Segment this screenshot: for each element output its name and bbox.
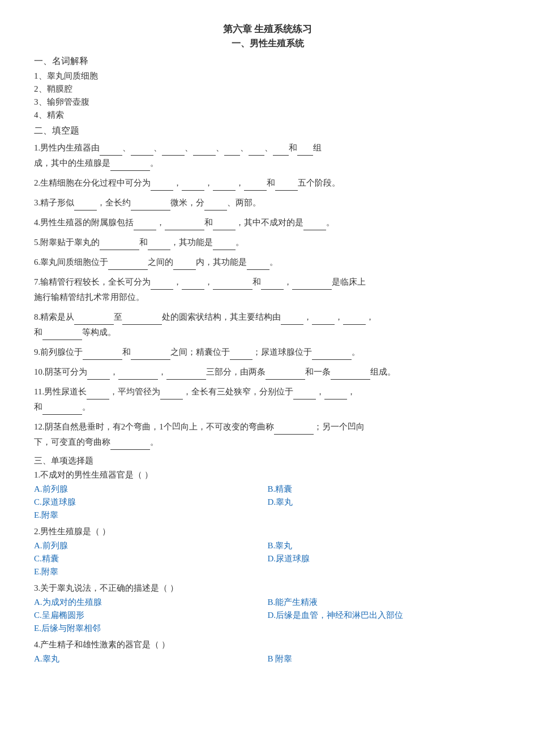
blank xyxy=(110,161,150,171)
fill-q2: 2.生精细胞在分化过程中可分为，，，和五个阶段。 xyxy=(34,175,501,191)
choice-q1-options: A.前列腺 B.精囊 C.尿道球腺 D.睾丸 E.附睾 xyxy=(34,484,501,523)
blank xyxy=(273,145,289,156)
blank xyxy=(87,389,109,400)
blank xyxy=(293,389,316,400)
fill-q9: 9.前列腺位于和之间；精囊位于；尿道球腺位于。 xyxy=(34,345,501,360)
blank xyxy=(249,145,264,156)
fill-q8: 8.精索是从至处的圆索状结构，其主要结构由，，，和等构成。 xyxy=(34,310,501,340)
blank xyxy=(100,240,139,250)
choice-q4-optB: B 附睾 xyxy=(268,654,502,664)
blank xyxy=(274,424,314,435)
blank xyxy=(74,315,114,325)
blank xyxy=(292,280,332,290)
blank xyxy=(166,370,206,380)
blank xyxy=(230,350,252,360)
blank xyxy=(213,181,236,191)
blank xyxy=(224,145,240,156)
blank xyxy=(173,260,196,270)
blank xyxy=(266,370,305,380)
blank xyxy=(312,350,352,360)
blank xyxy=(165,220,204,230)
fill-q1: 1.男性内生殖器由、、、、、、和组成，其中的生殖腺是。 xyxy=(34,140,501,171)
blank xyxy=(244,181,267,191)
fill-q6: 6.睾丸间质细胞位于之间的内，其功能是。 xyxy=(34,255,501,270)
choice-q1-optE: E.附睾 xyxy=(34,510,268,521)
part-choice-title: 三、单项选择题 xyxy=(34,456,501,466)
blank xyxy=(213,280,252,290)
fill-q11: 11.男性尿道长，平均管径为，全长有三处狭窄，分别位于，，和。 xyxy=(34,384,501,415)
blank xyxy=(297,145,313,156)
blank xyxy=(182,181,204,191)
blank xyxy=(42,330,82,340)
sub-title: 一、男性生殖系统 xyxy=(34,38,501,50)
choice-q1-optB: B.精囊 xyxy=(268,484,502,495)
blank xyxy=(151,181,173,191)
choice-q4: 4.产生精子和雄性激素的器官是（ ） xyxy=(34,639,501,650)
choice-q2-optC: C.精囊 xyxy=(34,553,268,564)
blank xyxy=(281,315,303,325)
main-title: 第六章 生殖系统练习 xyxy=(34,23,501,36)
blank xyxy=(160,389,183,400)
choice-q3: 3.关于睾丸说法，不正确的描述是（ ） xyxy=(34,583,501,594)
blank xyxy=(83,350,122,360)
blank xyxy=(182,280,204,290)
choice-q2-optB: B.睾丸 xyxy=(268,540,502,551)
blank xyxy=(122,315,162,325)
blank xyxy=(87,370,110,380)
fill-q10: 10.阴茎可分为，，三部分，由两条和一条组成。 xyxy=(34,364,501,380)
choice-q4-options: A.睾丸 B 附睾 xyxy=(34,654,501,667)
choice-q2-options: A.前列腺 B.睾丸 C.精囊 D.尿道球腺 E.附睾 xyxy=(34,540,501,579)
blank xyxy=(42,405,82,415)
choice-q3-optE: E.后缘与附睾相邻 xyxy=(34,623,268,634)
fill-q12: 12.阴茎自然悬垂时，有2个弯曲，1个凹向上，不可改变的弯曲称；另一个凹向下，可… xyxy=(34,419,501,450)
choice-q2-optD: D.尿道球腺 xyxy=(268,553,502,564)
blank xyxy=(134,220,156,230)
choice-q1-optD: D.睾丸 xyxy=(268,497,502,508)
part-terms-title: 一、名词解释 xyxy=(34,55,501,67)
fill-q5: 5.附睾贴于睾丸的和，其功能是。 xyxy=(34,235,501,250)
choice-q2: 2.男性生殖腺是（ ） xyxy=(34,526,501,537)
choice-q3-options: A.为成对的生殖腺 B.能产生精液 C.呈扁椭圆形 D.后缘是血管，神经和淋巴出… xyxy=(34,597,501,636)
blank xyxy=(148,240,170,250)
fill-q4: 4.男性生殖器的附属腺包括，和，其中不成对的是。 xyxy=(34,215,501,230)
term-2: 2、鞘膜腔 xyxy=(34,84,501,94)
blank xyxy=(193,145,216,156)
blank xyxy=(261,280,284,290)
choice-q3-optA: A.为成对的生殖腺 xyxy=(34,597,268,608)
page-container: 第六章 生殖系统练习 一、男性生殖系统 一、名词解释 1、睾丸间质细胞 2、鞘膜… xyxy=(34,23,501,667)
blank xyxy=(303,220,326,230)
blank xyxy=(213,220,236,230)
blank xyxy=(331,370,370,380)
part-fill-title: 二、填空题 xyxy=(34,125,501,137)
blank xyxy=(312,315,335,325)
blank xyxy=(162,145,185,156)
choice-q2-optE: E.附睾 xyxy=(34,566,268,577)
choice-q1-optA: A.前列腺 xyxy=(34,484,268,495)
term-1: 1、睾丸间质细胞 xyxy=(34,71,501,81)
choice-q4-optA: A.睾丸 xyxy=(34,654,268,664)
blank xyxy=(204,200,227,211)
blank xyxy=(131,145,153,156)
blank xyxy=(108,260,148,270)
blank xyxy=(110,440,150,450)
term-4: 4、精索 xyxy=(34,110,501,121)
blank xyxy=(74,200,97,211)
choice-q1: 1.不成对的男性生殖器官是（ ） xyxy=(34,470,501,480)
choice-q3-optD: D.后缘是血管，神经和淋巴出入部位 xyxy=(268,610,502,621)
blank xyxy=(118,370,158,380)
choice-q2-optA: A.前列腺 xyxy=(34,540,268,551)
blank xyxy=(100,145,122,156)
term-3: 3、输卵管壶腹 xyxy=(34,97,501,108)
choice-q3-optB: B.能产生精液 xyxy=(268,597,502,608)
blank xyxy=(151,280,173,290)
choice-q1-optC: C.尿道球腺 xyxy=(34,497,268,508)
blank xyxy=(343,315,366,325)
blank xyxy=(213,240,236,250)
blank xyxy=(324,389,347,400)
choice-q3-optC: C.呈扁椭圆形 xyxy=(34,610,268,621)
blank xyxy=(131,350,170,360)
blank xyxy=(247,260,269,270)
blank xyxy=(275,181,298,191)
fill-q3: 3.精子形似，全长约微米，分、两部。 xyxy=(34,195,501,211)
fill-q7: 7.输精管行程较长，全长可分为，，和，是临床上施行输精管结扎术常用部位。 xyxy=(34,274,501,305)
